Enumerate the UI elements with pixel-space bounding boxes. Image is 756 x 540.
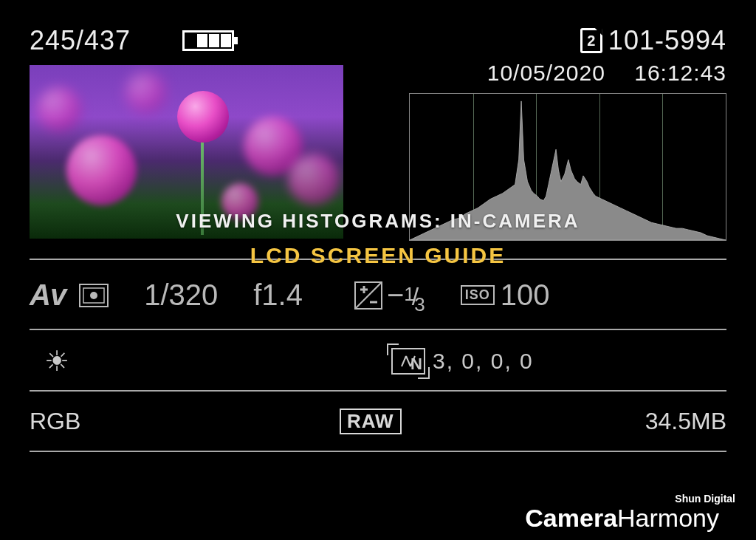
color-space: RGB	[30, 408, 80, 435]
svg-line-4	[355, 282, 382, 309]
brand-watermark: CameraHarmony	[525, 504, 719, 533]
svg-point-1	[90, 292, 97, 299]
overlay-title-line2: LCD SCREEN GUIDE	[30, 243, 726, 268]
divider	[30, 451, 726, 452]
capture-time: 16:12:43	[634, 61, 726, 86]
card-slot-icon: 2	[580, 28, 602, 53]
svg-line-9	[406, 356, 410, 366]
iso-label-icon: ISO	[461, 285, 495, 305]
svg-line-8	[402, 356, 406, 366]
datetime: 10/05/2020 16:12:43	[487, 61, 726, 86]
divider	[30, 390, 726, 392]
white-balance-icon: ☀	[44, 345, 69, 377]
file-format-badge: RAW	[340, 409, 402, 434]
credit-watermark: Shun Digital	[675, 493, 735, 505]
aperture: f1.4	[253, 278, 303, 312]
shooting-mode: Av	[30, 278, 66, 312]
divider	[30, 329, 726, 330]
picture-style-values: 3, 0, 0, 0	[433, 349, 534, 374]
overlay-title-line1: VIEWING HISTOGRAMS: IN-CAMERA	[30, 210, 726, 233]
file-size: 34.5MB	[645, 408, 726, 435]
metering-icon	[79, 284, 109, 307]
exposure-compensation-value: − 1 / 3	[387, 278, 425, 312]
image-counter: 245/437	[30, 25, 131, 56]
shutter-speed: 1/320	[144, 278, 218, 312]
capture-date: 10/05/2020	[487, 61, 605, 86]
iso-value: 100	[501, 278, 550, 312]
battery-icon	[182, 30, 234, 51]
picture-style-icon: N	[391, 348, 425, 375]
exposure-compensation-icon	[354, 281, 382, 310]
overlay-title: VIEWING HISTOGRAMS: IN-CAMERA LCD SCREEN…	[30, 210, 726, 268]
folder-file-number: 101-5994	[608, 25, 726, 56]
